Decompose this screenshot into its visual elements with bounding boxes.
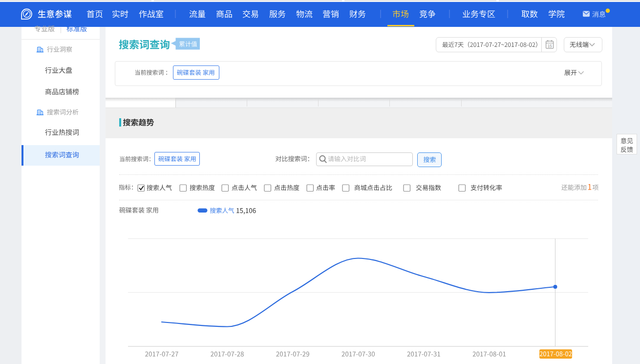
svg-text:15: 15 <box>548 44 553 48</box>
